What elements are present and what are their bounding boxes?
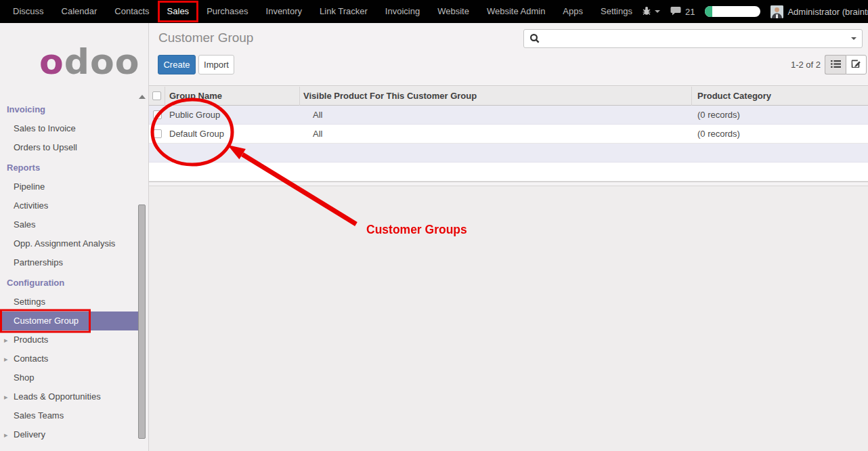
- page-title: Customer Group: [158, 30, 253, 45]
- section-reports: Reports: [0, 158, 139, 177]
- sidebar-item-sales[interactable]: Sales: [0, 215, 139, 234]
- col-product-category[interactable]: Product Category: [692, 87, 868, 106]
- topmenu-link-tracker[interactable]: Link Tracker: [311, 1, 376, 22]
- debug-bug-menu[interactable]: [641, 5, 660, 18]
- sidebar-item-sales-teams[interactable]: Sales Teams: [0, 406, 139, 425]
- scrollbar-thumb[interactable]: [138, 205, 146, 439]
- cell-group-name[interactable]: Default Group: [165, 129, 300, 139]
- view-switcher: [825, 55, 867, 74]
- bug-icon: [641, 5, 652, 18]
- form-view-button[interactable]: [846, 55, 867, 74]
- sidebar-item-opp-assignment-analysis[interactable]: Opp. Assignment Analysis: [0, 234, 139, 253]
- sidebar-item-pipeline[interactable]: Pipeline: [0, 177, 139, 196]
- sidebar-item-shop[interactable]: Shop: [0, 368, 139, 387]
- pager-label: 1-2 of 2: [791, 60, 821, 70]
- sidebar-item-orders-to-upsell[interactable]: Orders to Upsell: [0, 138, 139, 157]
- search-filter-chevron-icon[interactable]: [851, 37, 856, 40]
- sidebar-item-customer-group[interactable]: Customer Group: [0, 312, 139, 330]
- topmenu-calendar[interactable]: Calendar: [53, 1, 106, 22]
- top-menu-items: Discuss Calendar Contacts Sales Purchase…: [0, 1, 641, 22]
- cell-visible-product[interactable]: All: [300, 129, 692, 139]
- customer-group-list: Group Name Visible Product For This Cust…: [149, 87, 868, 181]
- app-sidebar: odoo Invoicing Sales to Invoice Orders t…: [0, 23, 149, 451]
- topmenu-sales[interactable]: Sales: [158, 1, 198, 22]
- avatar: [771, 5, 783, 18]
- sidebar-item-products[interactable]: Products: [0, 330, 139, 349]
- cell-visible-product[interactable]: All: [300, 110, 692, 120]
- main-content: Customer Group Create Import 1-2 of 2: [149, 23, 868, 451]
- cell-product-category[interactable]: (0 records): [692, 110, 868, 120]
- topmenu-contacts[interactable]: Contacts: [106, 1, 158, 22]
- content-background: [149, 186, 868, 451]
- scroll-up-arrow-icon[interactable]: [139, 95, 146, 99]
- cell-group-name[interactable]: Public Group: [165, 110, 300, 120]
- empty-row: [149, 163, 868, 181]
- list-icon: [831, 59, 841, 71]
- table-end-strip: [149, 181, 868, 186]
- select-all-checkbox[interactable]: [152, 91, 161, 100]
- timer-progress-pill[interactable]: [705, 6, 760, 17]
- progress-fill: [705, 6, 712, 17]
- sidebar-item-sales-to-invoice[interactable]: Sales to Invoice: [0, 119, 139, 138]
- logo-rest: doo: [64, 41, 140, 82]
- message-count: 21: [685, 7, 695, 17]
- select-all-cell: [149, 87, 165, 106]
- sidebar-item-partnerships[interactable]: Partnerships: [0, 253, 139, 272]
- sidebar-menu: Invoicing Sales to Invoice Orders to Ups…: [0, 100, 139, 444]
- row-checkbox[interactable]: [153, 129, 162, 138]
- chevron-down-icon: [655, 10, 660, 13]
- import-button[interactable]: Import: [198, 55, 234, 74]
- sidebar-scrollbar[interactable]: [138, 95, 147, 451]
- topbar-right: 21 Administrator (braintree): [641, 5, 868, 18]
- chat-bubble-icon: [670, 5, 682, 18]
- list-view-button[interactable]: [825, 55, 846, 74]
- edit-icon: [851, 59, 861, 71]
- empty-row: [149, 144, 868, 163]
- sidebar-item-leads-opportunities[interactable]: Leads & Opportunities: [0, 387, 139, 406]
- topmenu-inventory[interactable]: Inventory: [257, 1, 311, 22]
- username-label: Administrator (braintree): [787, 7, 868, 17]
- col-visible-product[interactable]: Visible Product For This Customer Group: [300, 87, 692, 106]
- search-input[interactable]: [544, 33, 851, 44]
- topmenu-website-admin[interactable]: Website Admin: [478, 1, 554, 22]
- topmenu-settings[interactable]: Settings: [592, 1, 641, 22]
- control-panel: Customer Group Create Import 1-2 of 2: [149, 23, 868, 86]
- sidebar-item-delivery[interactable]: Delivery: [0, 425, 139, 444]
- section-configuration: Configuration: [0, 274, 139, 293]
- sidebar-item-contacts[interactable]: Contacts: [0, 349, 139, 368]
- table-row[interactable]: Public Group All (0 records): [149, 106, 868, 125]
- sidebar-item-settings[interactable]: Settings: [0, 293, 139, 312]
- topmenu-purchases[interactable]: Purchases: [198, 1, 257, 22]
- search-icon: [529, 33, 540, 44]
- table-header-row: Group Name Visible Product For This Cust…: [149, 87, 868, 106]
- cell-product-category[interactable]: (0 records): [692, 129, 868, 139]
- messages-indicator[interactable]: 21: [670, 5, 695, 18]
- topmenu-apps[interactable]: Apps: [554, 1, 592, 22]
- search-box[interactable]: [523, 29, 863, 48]
- row-checkbox[interactable]: [153, 110, 162, 119]
- col-group-name[interactable]: Group Name: [165, 87, 300, 106]
- table-row[interactable]: Default Group All (0 records): [149, 125, 868, 144]
- odoo-logo: odoo: [0, 23, 148, 100]
- sidebar-item-activities[interactable]: Activities: [0, 196, 139, 215]
- topmenu-invoicing[interactable]: Invoicing: [376, 1, 429, 22]
- top-menu-bar: Discuss Calendar Contacts Sales Purchase…: [0, 0, 868, 23]
- section-invoicing: Invoicing: [0, 100, 139, 119]
- user-menu[interactable]: Administrator (braintree): [771, 5, 868, 18]
- logo-first-letter: o: [39, 41, 64, 82]
- topmenu-discuss[interactable]: Discuss: [4, 1, 53, 22]
- topmenu-website[interactable]: Website: [429, 1, 478, 22]
- create-button[interactable]: Create: [158, 55, 196, 74]
